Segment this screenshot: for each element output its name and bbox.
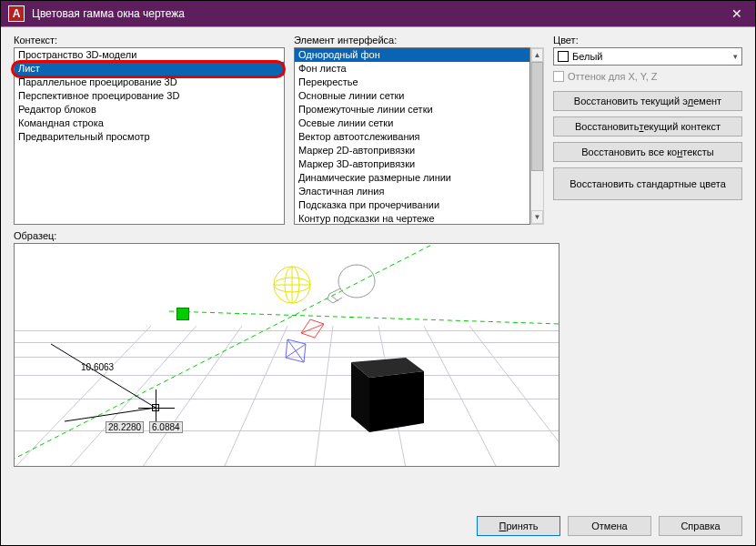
- gizmo-blue-icon: [278, 335, 315, 371]
- app-logo-icon: A: [8, 5, 25, 22]
- interface-label: Элемент интерфейса:: [294, 35, 544, 46]
- preview-area: 10.6063 28.2280 6.0884: [14, 243, 559, 467]
- interface-item[interactable]: Динамические размерные линии: [295, 171, 529, 185]
- interface-item[interactable]: Осевые линии сетки: [295, 116, 529, 130]
- interface-item[interactable]: Подсказка при прочерчивании: [295, 198, 529, 212]
- interface-item[interactable]: Фон листа: [295, 62, 529, 76]
- svg-line-24: [65, 408, 156, 421]
- interface-item[interactable]: Однородный фон: [295, 48, 529, 62]
- close-icon[interactable]: ✕: [719, 1, 755, 26]
- context-item[interactable]: Пространство 3D-модели: [15, 48, 284, 62]
- bulb-wireframe-icon: [315, 258, 378, 312]
- color-swatch-icon: [558, 51, 569, 62]
- svg-point-15: [338, 265, 375, 298]
- interface-item[interactable]: Вектор автоотслеживания: [295, 130, 529, 144]
- sample-label: Образец:: [14, 230, 742, 241]
- interface-item[interactable]: Контур подсказки на чертеже: [295, 212, 529, 225]
- accept-button[interactable]: Принять: [477, 516, 560, 536]
- help-button[interactable]: Справка: [659, 516, 742, 536]
- color-combobox[interactable]: Белый ▾: [553, 47, 742, 66]
- svg-line-16: [331, 296, 338, 301]
- interface-listbox[interactable]: Однородный фонФон листаПерекрестьеОсновн…: [294, 47, 530, 225]
- interface-item[interactable]: Перекрестье: [295, 76, 529, 89]
- interface-item[interactable]: Маркер 3D-автопривязки: [295, 157, 529, 171]
- footer-buttons: Принять Отмена Справка: [477, 516, 742, 536]
- dialog-body: Контекст: Пространство 3D-моделиЛистПара…: [1, 26, 755, 545]
- globe-wireframe-icon: [269, 262, 315, 308]
- context-item[interactable]: Командная строка: [15, 116, 284, 130]
- titlebar: A Цветовая гамма окна чертежа ✕: [1, 1, 755, 26]
- color-label: Цвет:: [553, 35, 742, 46]
- interface-item[interactable]: Промежуточные линии сетки: [295, 103, 529, 116]
- context-label: Контекст:: [14, 35, 285, 46]
- restore-element-button[interactable]: Восстановить текущий элемент: [553, 91, 742, 111]
- checkbox-icon[interactable]: [553, 71, 564, 82]
- window-title: Цветовая гамма окна чертежа: [32, 7, 719, 20]
- color-value: Белый: [572, 51, 602, 62]
- restore-defaults-button[interactable]: Восстановить стандартные цвета: [553, 167, 742, 200]
- interface-item[interactable]: Основные линии сетки: [295, 89, 529, 103]
- snap-marker-icon: [176, 308, 189, 320]
- scroll-down-icon[interactable]: ▼: [531, 210, 543, 224]
- svg-marker-22: [369, 371, 424, 432]
- window-frame: A Цветовая гамма окна чертежа ✕ Контекст…: [0, 0, 756, 546]
- context-item[interactable]: Перспективное проецирование 3D: [15, 89, 284, 103]
- context-item[interactable]: Параллельное проецирование 3D: [15, 76, 284, 89]
- context-item[interactable]: Предварительный просмотр: [15, 130, 284, 144]
- restore-all-contexts-button[interactable]: Восстановить все контексты: [553, 142, 742, 162]
- scrollbar[interactable]: ▲ ▼: [530, 47, 544, 225]
- context-item[interactable]: Лист: [15, 62, 284, 76]
- scroll-up-icon[interactable]: ▲: [531, 48, 543, 62]
- svg-line-19: [286, 344, 306, 358]
- context-item[interactable]: Редактор блоков: [15, 103, 284, 116]
- tint-label: Оттенок для X, Y, Z: [568, 71, 658, 82]
- restore-context-button[interactable]: Восстановить текущий контекст: [553, 116, 742, 136]
- scroll-thumb[interactable]: [531, 62, 543, 171]
- svg-line-9: [169, 311, 559, 324]
- scroll-track[interactable]: [531, 62, 543, 210]
- interface-item[interactable]: Эластичная линия: [295, 185, 529, 198]
- cube-icon: [333, 349, 433, 440]
- interface-item[interactable]: Маркер 2D-автопривязки: [295, 144, 529, 157]
- tint-checkbox-row[interactable]: Оттенок для X, Y, Z: [553, 71, 742, 82]
- context-listbox[interactable]: Пространство 3D-моделиЛистПараллельное п…: [14, 47, 285, 225]
- svg-line-23: [51, 344, 156, 408]
- cancel-button[interactable]: Отмена: [568, 516, 651, 536]
- chevron-down-icon: ▾: [733, 52, 738, 61]
